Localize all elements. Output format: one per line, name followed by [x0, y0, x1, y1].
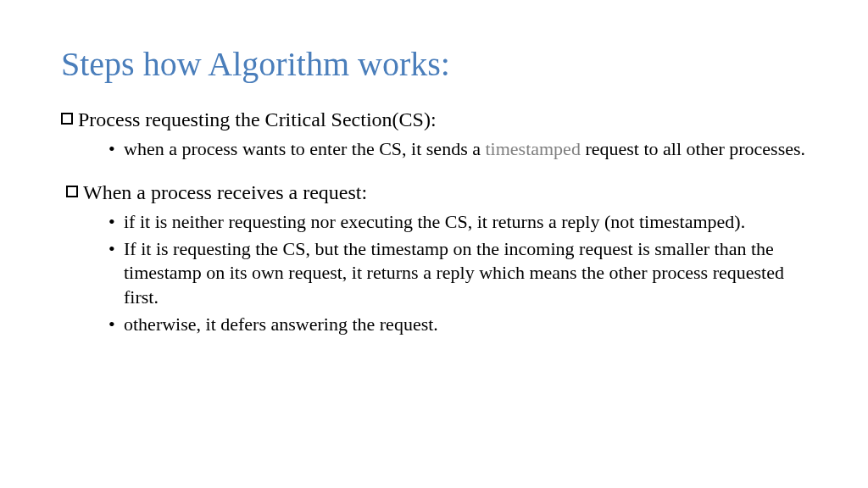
item-text: if it is neither requesting nor executin… — [124, 211, 745, 232]
section-2-list: if it is neither requesting nor executin… — [108, 210, 807, 336]
list-item: if it is neither requesting nor executin… — [108, 210, 807, 234]
item-text: otherwise, it defers answering the reque… — [124, 313, 438, 335]
item-text: If it is requesting the CS, but the time… — [124, 238, 784, 307]
item-text-before: when a process wants to enter the CS, it… — [124, 138, 485, 159]
list-item: If it is requesting the CS, but the time… — [108, 237, 807, 308]
section-2-header: When a process receives a request: — [61, 180, 807, 205]
section-2-header-text: When a process receives a request: — [83, 180, 807, 205]
item-text-after: request to all other processes. — [581, 138, 805, 159]
item-text-highlight: timestamped — [485, 138, 580, 159]
list-item: otherwise, it defers answering the reque… — [108, 313, 807, 336]
square-bullet-icon — [61, 113, 73, 125]
section-1-header-text: Process requesting the Critical Section(… — [78, 107, 807, 132]
section-1-list: when a process wants to enter the CS, it… — [108, 137, 807, 161]
section-2: When a process receives a request: if it… — [61, 180, 807, 336]
section-1-header: Process requesting the Critical Section(… — [61, 107, 807, 132]
square-bullet-icon — [66, 186, 78, 197]
slide: Steps how Algorithm works: Process reque… — [0, 0, 868, 488]
slide-title: Steps how Algorithm works: — [61, 46, 807, 83]
section-1: Process requesting the Critical Section(… — [61, 107, 807, 161]
list-item: when a process wants to enter the CS, it… — [108, 137, 807, 161]
